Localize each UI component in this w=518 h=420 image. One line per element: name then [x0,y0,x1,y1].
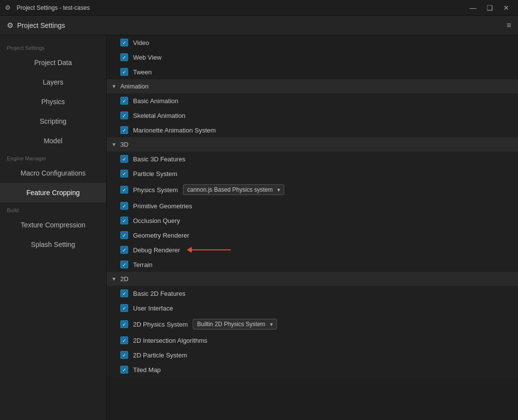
section-header-2d[interactable]: ▼ 2D [107,272,518,286]
checkbox-primitive-geometries[interactable]: ✓ [120,202,128,210]
annotation-arrow [187,247,231,253]
label-web-view: Web View [133,54,161,61]
chevron-down-icon: ▼ [112,84,116,89]
label-2d-physics-system: 2D Physics System [133,321,188,328]
label-user-interface: User Interface [133,305,173,312]
label-2d-particle: 2D Particle System [133,352,187,359]
checkbox-occlusion-query[interactable]: ✓ [120,217,128,224]
feature-item-2d-intersection: ✓ 2D Intersection Algorithms [107,333,518,348]
label-physics-system: Physics System [133,186,178,194]
header-bar: ⚙ Project Settings ≡ [0,16,518,35]
title-bar-text: Project Settings - test-cases [17,4,466,11]
sidebar-section-engine: Engine Manager [0,151,106,163]
feature-item-basic-2d: ✓ Basic 2D Features [107,286,518,301]
label-basic-animation: Basic Animation [133,97,179,105]
sidebar-item-texture-compression[interactable]: Texture Compression [0,215,106,235]
section-header-animation[interactable]: ▼ Animation [107,79,518,93]
section-label-3d: 3D [120,141,129,148]
label-basic-3d: Basic 3D Features [133,155,185,163]
feature-item-terrain: ✓ Terrain [107,257,518,272]
sidebar-item-model[interactable]: Model [0,131,106,151]
checkbox-particle-system[interactable]: ✓ [120,170,128,177]
physics-system-dropdown-wrapper: cannon.js Based Physics system bullet Ph… [183,184,284,195]
window-controls: — ❑ ✕ [466,2,513,13]
section-label-animation: Animation [120,83,149,90]
label-geometry-renderer: Geometry Renderer [133,232,189,239]
checkbox-basic-3d[interactable]: ✓ [120,155,128,163]
sidebar-section-project: Project Settings [0,40,106,53]
checkbox-debug-renderer[interactable]: ✓ [120,246,128,254]
chevron-down-icon-3d: ▼ [112,142,116,147]
feature-item-skeletal-animation: ✓ Skeletal Animation [107,108,518,123]
section-label-2d: 2D [120,275,129,283]
feature-item-tween: ✓ Tween [107,65,518,79]
label-skeletal-animation: Skeletal Animation [133,112,185,119]
label-tiled-map: Tiled Map [133,366,161,374]
sidebar: Project Settings Project Data Layers Phy… [0,35,107,420]
section-header-3d[interactable]: ▼ 3D [107,137,518,152]
3d-sub-list: ✓ Basic 3D Features ✓ Particle System ✓ … [107,152,518,272]
label-terrain: Terrain [133,261,153,268]
sidebar-section-build: Build [0,202,106,215]
feature-item-web-view: ✓ Web View [107,50,518,65]
checkbox-tween[interactable]: ✓ [120,68,128,76]
label-occlusion-query: Occlusion Query [133,217,180,224]
feature-item-video: ✓ Video [107,35,518,50]
content-area: Project Settings Project Data Layers Phy… [0,35,518,420]
checkbox-video[interactable]: ✓ [120,39,128,46]
label-particle-system: Particle System [133,170,177,177]
feature-item-basic-animation: ✓ Basic Animation [107,93,518,108]
feature-item-debug-renderer: ✓ Debug Renderer [107,243,518,257]
checkbox-web-view[interactable]: ✓ [120,53,128,61]
header-menu-button[interactable]: ≡ [507,21,511,30]
2d-physics-system-dropdown[interactable]: Builtin 2D Physics System Box2D Physics … [193,319,277,330]
chevron-down-icon-2d: ▼ [112,276,116,282]
header-title: Project Settings [17,22,507,29]
checkbox-terrain[interactable]: ✓ [120,261,128,268]
checkbox-skeletal-animation[interactable]: ✓ [120,111,128,119]
checkbox-physics-system[interactable]: ✓ [120,186,128,194]
app-icon: ⚙ [5,4,13,12]
feature-item-geometry-renderer: ✓ Geometry Renderer [107,228,518,243]
2d-sub-list: ✓ Basic 2D Features ✓ User Interface ✓ 2… [107,286,518,377]
title-bar: ⚙ Project Settings - test-cases — ❑ ✕ [0,0,518,16]
feature-list: ✓ Video ✓ Web View ✓ Tween ▼ Animation [107,35,518,377]
2d-physics-dropdown-wrapper: Builtin 2D Physics System Box2D Physics … [193,319,277,330]
label-video: Video [133,39,149,46]
sidebar-item-project-data[interactable]: Project Data [0,53,106,72]
checkbox-geometry-renderer[interactable]: ✓ [120,231,128,239]
sidebar-item-layers[interactable]: Layers [0,72,106,92]
feature-item-primitive-geometries: ✓ Primitive Geometries [107,199,518,213]
feature-item-particle-system: ✓ Particle System [107,166,518,181]
label-marionette-animation: Marionette Animation System [133,127,216,134]
sidebar-item-feature-cropping[interactable]: Feature Cropping [0,183,106,202]
checkbox-tiled-map[interactable]: ✓ [120,366,128,374]
checkbox-2d-physics-system[interactable]: ✓ [120,320,128,328]
feature-item-2d-particle: ✓ 2D Particle System [107,348,518,362]
feature-item-2d-physics-system: ✓ 2D Physics System Builtin 2D Physics S… [107,315,518,333]
main-panel: ✓ Video ✓ Web View ✓ Tween ▼ Animation [107,35,518,420]
close-button[interactable]: ✕ [499,2,513,13]
feature-item-basic-3d: ✓ Basic 3D Features [107,152,518,166]
sidebar-item-physics[interactable]: Physics [0,92,106,111]
sidebar-item-scripting[interactable]: Scripting [0,111,106,131]
sidebar-item-splash-setting[interactable]: Splash Setting [0,235,106,254]
arrow-head-icon [187,247,192,253]
physics-system-dropdown[interactable]: cannon.js Based Physics system bullet Ph… [183,184,284,195]
checkbox-2d-intersection[interactable]: ✓ [120,336,128,344]
label-debug-renderer: Debug Renderer [133,246,180,254]
feature-item-user-interface: ✓ User Interface [107,301,518,315]
feature-item-tiled-map: ✓ Tiled Map [107,362,518,377]
checkbox-2d-particle[interactable]: ✓ [120,351,128,359]
checkbox-user-interface[interactable]: ✓ [120,304,128,312]
sidebar-item-macro-configurations[interactable]: Macro Configurations [0,163,106,183]
checkbox-basic-animation[interactable]: ✓ [120,97,128,105]
label-tween: Tween [133,68,152,76]
label-primitive-geometries: Primitive Geometries [133,202,192,210]
app-container: ⚙ Project Settings ≡ Project Settings Pr… [0,16,518,420]
checkbox-marionette-animation[interactable]: ✓ [120,126,128,134]
maximize-button[interactable]: ❑ [483,2,496,13]
checkbox-basic-2d[interactable]: ✓ [120,289,128,297]
animation-sub-list: ✓ Basic Animation ✓ Skeletal Animation ✓… [107,93,518,137]
minimize-button[interactable]: — [466,2,480,13]
